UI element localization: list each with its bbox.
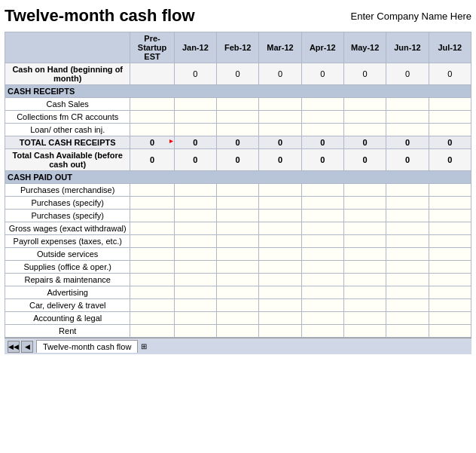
cash-on-hand-prestartup[interactable] bbox=[130, 63, 174, 85]
section-cash-paid: CASH PAID OUT bbox=[5, 171, 471, 184]
col-header-apr: Apr-12 bbox=[301, 32, 343, 63]
collections-jul[interactable] bbox=[429, 111, 471, 124]
nav-first-button[interactable]: ◀◀ bbox=[8, 341, 20, 353]
purchases-spec2-label: Purchases (specify) bbox=[5, 210, 130, 222]
col-header-may: May-12 bbox=[343, 32, 386, 63]
row-rent: Rent bbox=[5, 325, 471, 338]
cash-on-hand-mar[interactable]: 0 bbox=[259, 63, 301, 85]
col-header-label bbox=[5, 32, 130, 63]
cash-on-hand-jul[interactable]: 0 bbox=[429, 63, 471, 85]
collections-feb[interactable] bbox=[217, 111, 259, 124]
total-available-apr[interactable]: 0 bbox=[301, 149, 343, 171]
loan-prestartup[interactable] bbox=[130, 124, 174, 136]
collections-prestartup[interactable] bbox=[130, 111, 174, 124]
collections-apr[interactable] bbox=[301, 111, 343, 124]
outside-services-label: Outside services bbox=[5, 248, 130, 261]
total-receipts-jan[interactable]: 0 bbox=[174, 136, 216, 149]
cash-sales-may[interactable] bbox=[343, 98, 386, 111]
row-gross-wages: Gross wages (exact withdrawal) bbox=[5, 222, 471, 235]
row-purchases-spec2: Purchases (specify) bbox=[5, 210, 471, 222]
row-cash-sales: Cash Sales bbox=[5, 98, 471, 111]
row-payroll: Payroll expenses (taxes, etc.) bbox=[5, 235, 471, 248]
loan-jul[interactable] bbox=[429, 124, 471, 136]
cash-sales-jul[interactable] bbox=[429, 98, 471, 111]
total-receipts-feb[interactable]: 0 bbox=[217, 136, 259, 149]
section-receipts-label: CASH RECEIPTS bbox=[5, 85, 471, 98]
company-name[interactable]: Enter Company Name Here bbox=[351, 6, 471, 22]
cash-on-hand-apr[interactable]: 0 bbox=[301, 63, 343, 85]
collections-jan[interactable] bbox=[174, 111, 216, 124]
row-loan: Loan/ other cash inj. bbox=[5, 124, 471, 136]
cash-sales-mar[interactable] bbox=[259, 98, 301, 111]
total-receipts-label: TOTAL CASH RECEIPTS bbox=[5, 136, 130, 149]
total-receipts-prestartup[interactable]: 0▸ bbox=[130, 136, 174, 149]
loan-may[interactable] bbox=[343, 124, 386, 136]
repairs-label: Repairs & maintenance bbox=[5, 274, 130, 286]
total-available-label: Total Cash Available (before cash out) bbox=[5, 149, 130, 171]
loan-jan[interactable] bbox=[174, 124, 216, 136]
col-header-jun: Jun-12 bbox=[386, 32, 429, 63]
payroll-label: Payroll expenses (taxes, etc.) bbox=[5, 235, 130, 248]
col-header-feb: Feb-12 bbox=[217, 32, 259, 63]
nav-prev-button[interactable]: ◀ bbox=[21, 341, 33, 353]
total-available-jan[interactable]: 0 bbox=[174, 149, 216, 171]
top-header: Twelve-month cash flow Enter Company Nam… bbox=[5, 6, 471, 26]
spreadsheet: Pre-Startup EST Jan-12 Feb-12 Mar-12 Apr… bbox=[5, 32, 471, 338]
total-receipts-jul[interactable]: 0 bbox=[429, 136, 471, 149]
collections-mar[interactable] bbox=[259, 111, 301, 124]
section-cash-receipts: CASH RECEIPTS bbox=[5, 85, 471, 98]
col-header-jul: Jul-12 bbox=[429, 32, 471, 63]
purchases-merch-label: Purchases (merchandise) bbox=[5, 184, 130, 197]
total-receipts-jun[interactable]: 0 bbox=[386, 136, 429, 149]
sheet-navigation: ◀◀ ◀ bbox=[8, 341, 33, 353]
loan-mar[interactable] bbox=[259, 124, 301, 136]
gross-wages-label: Gross wages (exact withdrawal) bbox=[5, 222, 130, 235]
cash-on-hand-feb[interactable]: 0 bbox=[217, 63, 259, 85]
row-car-delivery: Car, delivery & travel bbox=[5, 299, 471, 312]
row-total-receipts: TOTAL CASH RECEIPTS 0▸ 0 0 0 0 0 0 0 bbox=[5, 136, 471, 149]
row-outside-services: Outside services bbox=[5, 248, 471, 261]
bottom-bar: ◀◀ ◀ Twelve-month cash flow ⊞ bbox=[5, 338, 471, 354]
cash-on-hand-jan[interactable]: 0 bbox=[174, 63, 216, 85]
total-receipts-mar[interactable]: 0 bbox=[259, 136, 301, 149]
row-purchases-merch: Purchases (merchandise) bbox=[5, 184, 471, 197]
col-header-jan: Jan-12 bbox=[174, 32, 216, 63]
total-available-may[interactable]: 0 bbox=[343, 149, 386, 171]
total-available-jul[interactable]: 0 bbox=[429, 149, 471, 171]
row-supplies: Supplies (office & oper.) bbox=[5, 261, 471, 274]
col-header-mar: Mar-12 bbox=[259, 32, 301, 63]
supplies-label: Supplies (office & oper.) bbox=[5, 261, 130, 274]
cash-on-hand-jun[interactable]: 0 bbox=[386, 63, 429, 85]
total-receipts-apr[interactable]: 0 bbox=[301, 136, 343, 149]
sheet-options-icon[interactable]: ⊞ bbox=[141, 342, 147, 350]
cash-sales-label: Cash Sales bbox=[5, 98, 130, 111]
sheet-tab[interactable]: Twelve-month cash flow bbox=[36, 340, 138, 353]
cash-sales-jan[interactable] bbox=[174, 98, 216, 111]
total-available-jun[interactable]: 0 bbox=[386, 149, 429, 171]
total-available-mar[interactable]: 0 bbox=[259, 149, 301, 171]
loan-jun[interactable] bbox=[386, 124, 429, 136]
loan-label: Loan/ other cash inj. bbox=[5, 124, 130, 136]
collections-jun[interactable] bbox=[386, 111, 429, 124]
cash-sales-apr[interactable] bbox=[301, 98, 343, 111]
page-wrapper: Twelve-month cash flow Enter Company Nam… bbox=[0, 0, 476, 354]
purchases-spec1-label: Purchases (specify) bbox=[5, 197, 130, 210]
total-receipts-may[interactable]: 0 bbox=[343, 136, 386, 149]
cash-sales-feb[interactable] bbox=[217, 98, 259, 111]
cash-on-hand-may[interactable]: 0 bbox=[343, 63, 386, 85]
row-repairs: Repairs & maintenance bbox=[5, 274, 471, 286]
cash-sales-jun[interactable] bbox=[386, 98, 429, 111]
row-collections: Collections fm CR accounts bbox=[5, 111, 471, 124]
total-available-feb[interactable]: 0 bbox=[217, 149, 259, 171]
page-title: Twelve-month cash flow bbox=[5, 6, 195, 26]
loan-feb[interactable] bbox=[217, 124, 259, 136]
row-purchases-spec1: Purchases (specify) bbox=[5, 197, 471, 210]
advertising-label: Advertising bbox=[5, 286, 130, 299]
row-advertising: Advertising bbox=[5, 286, 471, 299]
loan-apr[interactable] bbox=[301, 124, 343, 136]
cash-sales-prestartup[interactable] bbox=[130, 98, 174, 111]
total-available-prestartup[interactable]: 0 bbox=[130, 149, 174, 171]
collections-label: Collections fm CR accounts bbox=[5, 111, 130, 124]
collections-may[interactable] bbox=[343, 111, 386, 124]
section-paid-label: CASH PAID OUT bbox=[5, 171, 471, 184]
